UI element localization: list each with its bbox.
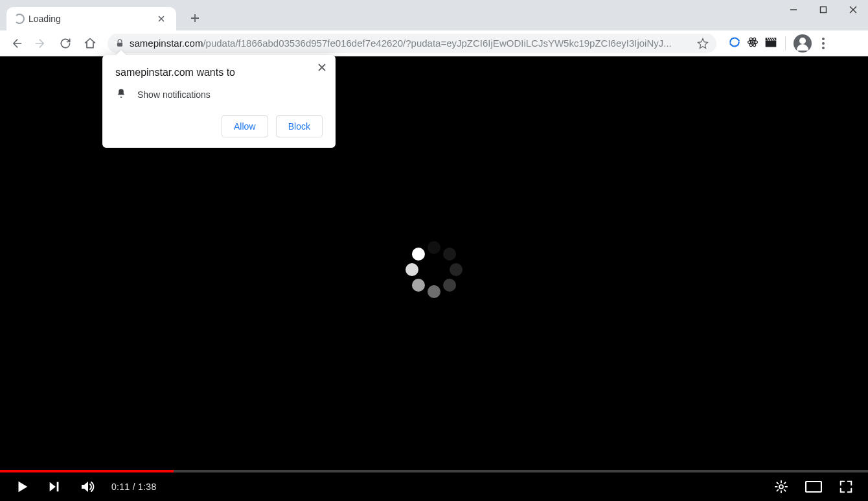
minimize-icon bbox=[790, 6, 797, 14]
time-separator: / bbox=[133, 482, 138, 492]
new-tab-button[interactable] bbox=[185, 8, 205, 28]
svg-rect-1 bbox=[117, 42, 122, 46]
video-current-time: 0:11 bbox=[111, 482, 130, 492]
block-button[interactable]: Block bbox=[276, 115, 323, 137]
reload-icon bbox=[59, 37, 72, 50]
profile-button[interactable] bbox=[794, 34, 812, 52]
address-bar[interactable]: samepinstar.com/pudata/f1866abd03536d957… bbox=[108, 34, 716, 53]
maximize-icon bbox=[819, 6, 827, 14]
window-controls bbox=[779, 0, 868, 19]
url-path: /pudata/f1866abd03536d957fe016def7e42620… bbox=[203, 38, 671, 49]
home-button[interactable] bbox=[79, 32, 101, 54]
fullscreen-button[interactable] bbox=[834, 475, 858, 498]
bell-icon bbox=[115, 87, 127, 101]
plus-icon bbox=[190, 14, 200, 23]
loading-favicon-icon bbox=[14, 14, 25, 24]
permission-item-row: Show notifications bbox=[115, 87, 323, 101]
gear-icon bbox=[774, 480, 788, 494]
close-window-button[interactable] bbox=[838, 0, 868, 19]
permission-close-button[interactable] bbox=[314, 59, 330, 76]
next-button[interactable] bbox=[43, 475, 66, 498]
tab-strip: Loading bbox=[0, 0, 868, 30]
url-host: samepinstar.com bbox=[130, 38, 203, 49]
allow-button[interactable]: Allow bbox=[222, 115, 268, 137]
svg-rect-10 bbox=[806, 482, 821, 492]
theater-icon bbox=[805, 481, 822, 493]
svg-rect-0 bbox=[821, 7, 827, 13]
lock-icon bbox=[115, 39, 124, 48]
arrow-left-icon bbox=[10, 37, 23, 50]
extension-clapper-icon[interactable] bbox=[764, 36, 777, 51]
chrome-menu-button[interactable] bbox=[817, 38, 830, 49]
volume-icon bbox=[79, 479, 95, 495]
bookmark-button[interactable] bbox=[697, 38, 709, 49]
fullscreen-icon bbox=[839, 480, 853, 494]
svg-rect-8 bbox=[57, 482, 59, 492]
star-icon bbox=[697, 38, 709, 49]
close-icon bbox=[318, 64, 326, 71]
video-time: 0:11 / 1:38 bbox=[111, 482, 157, 492]
reload-button[interactable] bbox=[54, 32, 76, 54]
svg-point-9 bbox=[779, 485, 783, 489]
svg-rect-6 bbox=[766, 40, 777, 47]
permission-popup: samepinstar.com wants to Show notificati… bbox=[102, 55, 336, 148]
next-icon bbox=[47, 480, 62, 494]
browser-toolbar: samepinstar.com/pudata/f1866abd03536d957… bbox=[0, 30, 868, 56]
permission-item-label: Show notifications bbox=[137, 89, 211, 100]
toolbar-separator bbox=[785, 36, 786, 51]
volume-button[interactable] bbox=[75, 475, 98, 498]
dot-icon bbox=[822, 42, 825, 45]
minimize-button[interactable] bbox=[779, 0, 808, 19]
close-icon bbox=[849, 6, 857, 14]
home-icon bbox=[84, 37, 97, 50]
url-text: samepinstar.com/pudata/f1866abd03536d957… bbox=[130, 38, 692, 49]
svg-point-2 bbox=[751, 41, 753, 43]
browser-tab[interactable]: Loading bbox=[6, 7, 176, 30]
theater-mode-button[interactable] bbox=[802, 475, 825, 498]
extensions-area bbox=[723, 34, 830, 52]
play-icon bbox=[15, 480, 29, 494]
close-icon bbox=[158, 16, 165, 22]
video-player-bar: 0:11 / 1:38 bbox=[0, 472, 868, 501]
extension-refresh-icon[interactable] bbox=[728, 36, 741, 51]
video-duration: 1:38 bbox=[138, 482, 156, 492]
forward-button[interactable] bbox=[30, 32, 52, 54]
arrow-right-icon bbox=[34, 37, 47, 50]
permission-actions: Allow Block bbox=[115, 115, 323, 137]
settings-button[interactable] bbox=[770, 475, 793, 498]
back-button[interactable] bbox=[5, 32, 27, 54]
play-button[interactable] bbox=[10, 475, 34, 498]
maximize-button[interactable] bbox=[808, 0, 838, 19]
extension-atom-icon[interactable] bbox=[746, 36, 759, 51]
permission-title: samepinstar.com wants to bbox=[115, 67, 323, 78]
loading-spinner bbox=[405, 240, 463, 299]
tab-title: Loading bbox=[29, 14, 61, 24]
dot-icon bbox=[822, 47, 825, 49]
dot-icon bbox=[822, 38, 825, 40]
close-tab-button[interactable] bbox=[155, 13, 167, 25]
